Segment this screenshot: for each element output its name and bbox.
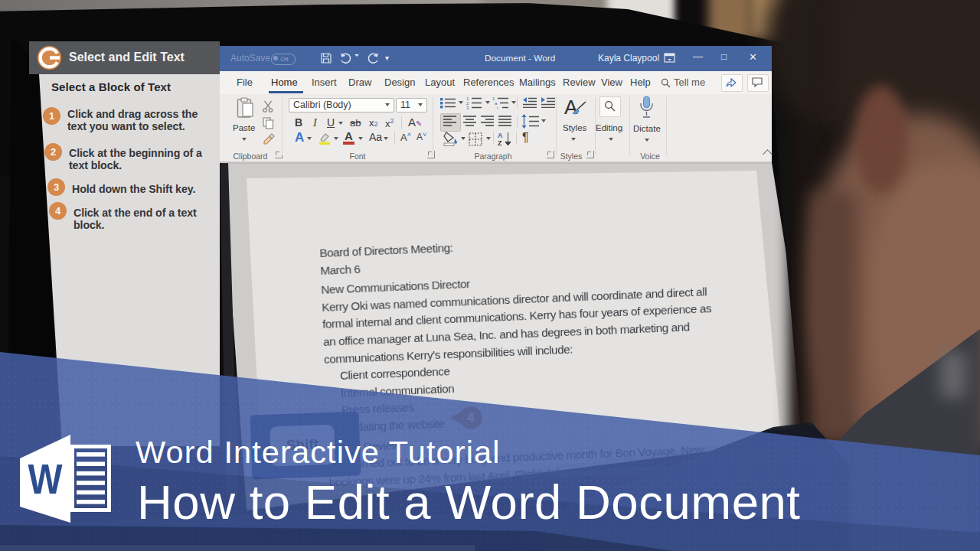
svg-text:Z: Z <box>498 139 502 146</box>
svg-text:W: W <box>28 455 63 503</box>
svg-text:3: 3 <box>466 106 469 109</box>
svg-text:A: A <box>498 132 503 139</box>
svg-text:i: i <box>497 106 498 109</box>
